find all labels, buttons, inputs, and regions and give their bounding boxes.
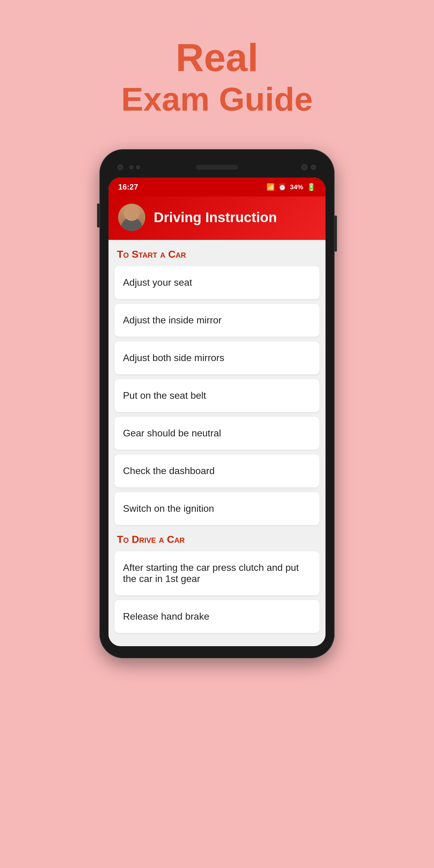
screen-content: To Start a Car Adjust your seat Adjust t… (108, 240, 326, 646)
phone-notch (108, 158, 326, 176)
instruction-item-4[interactable]: Put on the seat belt (115, 379, 319, 412)
phone-mockup: 16:27 📶 ⏰ 34% 🔋 Driving Instruction (99, 149, 335, 658)
sensor-dot-1 (130, 165, 133, 169)
page-title-sub: Exam Guide (121, 79, 313, 119)
battery-text: 34% (290, 183, 303, 191)
instruction-item-8[interactable]: After starting the car press clutch and … (115, 551, 319, 595)
app-header: Driving Instruction (108, 196, 326, 240)
front-camera-left (118, 164, 123, 170)
instruction-item-3[interactable]: Adjust both side mirrors (115, 341, 319, 374)
earpiece-speaker (196, 165, 238, 170)
page-header: Real Exam Guide (0, 0, 434, 149)
status-time: 16:27 (118, 182, 138, 192)
power-button (335, 216, 337, 252)
instruction-item-6[interactable]: Check the dashboard (115, 455, 319, 487)
instruction-item-9[interactable]: Release hand brake (115, 600, 319, 633)
avatar-head (124, 205, 140, 221)
instruction-item-5[interactable]: Gear should be neutral (115, 417, 319, 450)
front-camera-right (301, 164, 307, 170)
front-sensor-right (311, 165, 316, 170)
instruction-item-1[interactable]: Adjust your seat (115, 266, 319, 299)
wifi-icon: 📶 (267, 183, 275, 191)
alarm-icon: ⏰ (278, 183, 286, 191)
volume-button (97, 204, 99, 227)
phone-frame: 16:27 📶 ⏰ 34% 🔋 Driving Instruction (99, 149, 335, 658)
sensor-dots (130, 165, 140, 169)
avatar-body (121, 217, 142, 231)
status-bar: 16:27 📶 ⏰ 34% 🔋 (108, 178, 326, 196)
section-title-drive-car: To Drive a Car (115, 533, 319, 545)
instruction-item-2[interactable]: Adjust the inside mirror (115, 304, 319, 337)
instruction-item-7[interactable]: Switch on the ignition (115, 492, 319, 525)
section-title-start-car: To Start a Car (115, 248, 319, 260)
page-title-main: Real (176, 36, 258, 79)
app-title: Driving Instruction (154, 209, 277, 225)
status-bar-right: 📶 ⏰ 34% 🔋 (267, 183, 316, 191)
avatar (118, 204, 145, 231)
avatar-face (118, 204, 145, 231)
sensor-dot-2 (136, 165, 140, 169)
phone-screen: 16:27 📶 ⏰ 34% 🔋 Driving Instruction (108, 178, 326, 646)
battery-icon: 🔋 (307, 183, 316, 191)
